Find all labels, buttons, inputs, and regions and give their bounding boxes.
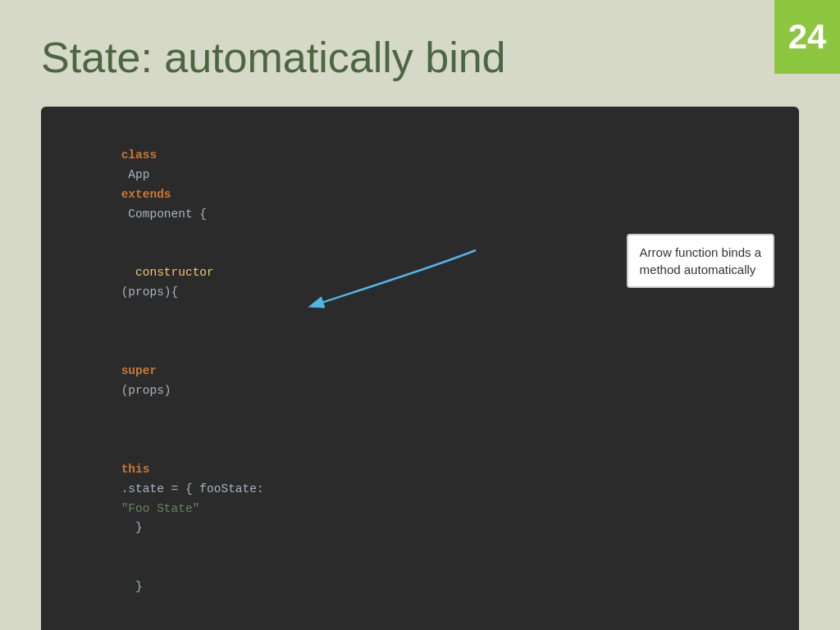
slide-number-badge: 24 (774, 0, 840, 74)
annotation-text: Arrow function binds a method automatica… (640, 245, 761, 276)
keyword-class: class (121, 148, 158, 162)
annotation-box: Arrow function binds a method automatica… (627, 234, 774, 288)
keyword-extends: extends (121, 188, 171, 201)
code-line-3: super (props) (64, 322, 776, 421)
slide-title: State: automatically bind (41, 33, 799, 82)
code-block: Arrow function binds a method automatica… (41, 107, 799, 630)
code-line-4: this .state = { fooState: "Foo State" } (64, 421, 776, 558)
slide: 24 State: automatically bind Arrow funct… (0, 0, 840, 630)
code-line-1: class App extends Component { (64, 126, 776, 244)
code-content: class App extends Component { constructo… (64, 126, 776, 630)
slide-number: 24 (788, 17, 827, 57)
code-line-6 (64, 617, 776, 630)
code-line-5: } (64, 558, 776, 617)
